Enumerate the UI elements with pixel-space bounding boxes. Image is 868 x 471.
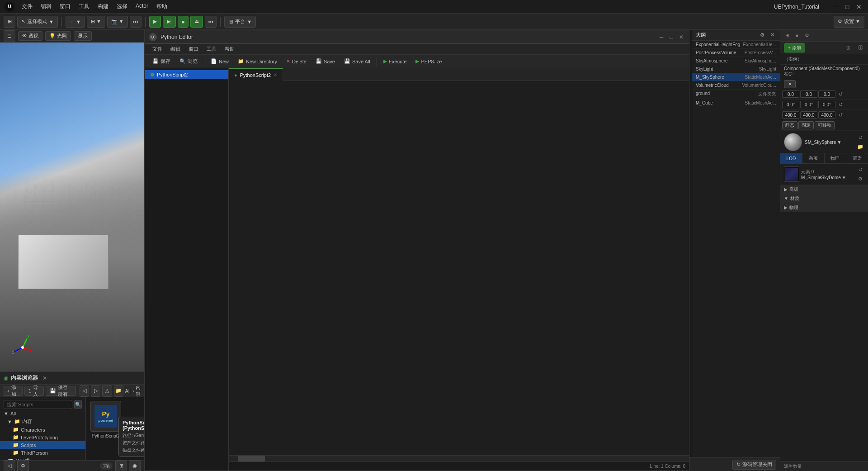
add-component-button[interactable]: + 添加 <box>784 43 805 52</box>
pe-pep8-button[interactable]: ▶ PEP8-ize <box>412 57 445 67</box>
menu-tools[interactable]: 工具 <box>75 2 93 11</box>
outliner-item-4[interactable]: M_SkySphere StaticMeshAc... <box>692 73 780 81</box>
materials-section-header[interactable]: ▼ 材质 <box>780 194 868 203</box>
pe-menu-file[interactable]: 文件 <box>149 45 166 53</box>
platform-button[interactable]: 🖥 平台 ▼ <box>224 16 256 28</box>
code-editor[interactable] <box>229 81 689 455</box>
lighting-button[interactable]: 💡 光照 <box>45 31 71 41</box>
collapse-button[interactable]: ◁ <box>4 460 15 471</box>
outliner-item-0[interactable]: ExponentialHeightFog ExponentialHe... <box>692 41 780 49</box>
step-button[interactable]: ▶| <box>163 16 176 28</box>
advanced-section-header[interactable]: ▶ 高级 <box>780 185 868 194</box>
pe-save-file-button[interactable]: 💾 Save <box>312 57 339 67</box>
back-button[interactable]: ◁ <box>80 385 89 397</box>
outliner-close-icon[interactable]: ✕ <box>768 31 776 39</box>
scroll-thumb[interactable] <box>238 456 265 461</box>
pos-y-input[interactable] <box>800 90 817 98</box>
pe-menu-window[interactable]: 窗口 <box>185 45 202 53</box>
settings-button[interactable]: ⚙ 设置 ▼ <box>834 16 864 28</box>
pe-new-button[interactable]: 📄 New <box>207 57 232 67</box>
pe-execute-button[interactable]: ▶ Execute <box>380 57 410 67</box>
movable-button[interactable]: 可移动 <box>815 121 835 129</box>
pe-close-button[interactable]: ✕ <box>677 33 685 41</box>
footer-filter-button[interactable]: ◉ <box>129 460 141 471</box>
pe-minimize-button[interactable]: ─ <box>657 33 665 41</box>
tree-item-levelprototyping[interactable]: 📁 LevelPrototyping <box>0 433 85 441</box>
sm-browse-icon[interactable]: ↺ <box>856 133 864 142</box>
tree-item-scripts[interactable]: 📁 Scripts <box>0 441 85 449</box>
new-folder-button[interactable]: 📁 <box>114 385 123 397</box>
pe-delete-button[interactable]: ✕ Delete <box>283 57 310 67</box>
pe-save-all-button[interactable]: 💾 Save All <box>340 57 374 67</box>
rot-x-input[interactable] <box>782 101 799 108</box>
material-browse-icon[interactable]: ↺ <box>856 166 864 174</box>
pe-menu-help[interactable]: 帮助 <box>221 45 238 53</box>
tree-item-content[interactable]: ▼ 📁 内容 <box>0 417 85 426</box>
select-mode-button[interactable]: ↖ 选择模式 ▼ <box>17 16 58 28</box>
minimize-button[interactable]: ─ <box>831 2 840 11</box>
pe-new-dir-button[interactable]: 📁 New Directory <box>234 57 281 67</box>
menu-select[interactable]: 选择 <box>113 2 131 11</box>
props-target-icon[interactable]: ◎ <box>844 44 853 52</box>
props-x-button[interactable]: ✕ <box>784 80 796 88</box>
up-button[interactable]: △ <box>102 385 112 397</box>
outliner-item-2[interactable]: SkyAtmosphere SkyAtmosphe... <box>692 57 780 65</box>
physics-section-header[interactable]: ▶ 物理 <box>780 203 868 212</box>
tree-item-all[interactable]: ▼ All <box>0 410 85 417</box>
horizontal-scrollbar[interactable] <box>229 455 689 461</box>
tab-physics[interactable]: 物理 <box>825 153 847 163</box>
play-options-icon[interactable]: ••• <box>205 16 217 28</box>
stop-button[interactable]: ■ <box>178 16 189 28</box>
more-options-icon[interactable]: ••• <box>130 16 142 28</box>
pe-maximize-button[interactable]: □ <box>667 33 675 41</box>
pe-browse-button[interactable]: 🔍 浏览 <box>176 57 201 67</box>
import-button[interactable]: ⤵ 导入 <box>24 386 44 396</box>
reset-scale-icon[interactable]: ↺ <box>836 111 844 119</box>
sm-open-icon[interactable]: 📁 <box>856 143 864 151</box>
pe-menu-tools[interactable]: 工具 <box>203 45 220 53</box>
props-star-icon[interactable]: ★ <box>793 32 801 40</box>
forward-button[interactable]: ▷ <box>91 385 100 397</box>
outliner-item-1[interactable]: PostProcessVolume PostProcessV... <box>692 49 780 57</box>
tree-item-characters[interactable]: 📁 Characters <box>0 426 85 433</box>
lock-button[interactable]: 固定 <box>798 121 814 129</box>
pos-z-input[interactable] <box>818 90 835 98</box>
menu-edit[interactable]: 编辑 <box>37 2 55 11</box>
pe-save-button[interactable]: 💾 保存 <box>149 57 174 67</box>
transform-button[interactable]: ↔ ▼ <box>66 16 85 28</box>
snap-button[interactable]: ⊞ ▼ <box>87 16 105 28</box>
outliner-item-3[interactable]: SkyLight SkyLight <box>692 65 780 73</box>
asset-python-script[interactable]: Py powered PythonScript2 <box>90 401 122 438</box>
props-info-icon[interactable]: ⓘ <box>856 44 864 52</box>
content-browser-close[interactable]: ✕ <box>41 374 49 382</box>
material-actions-icon[interactable]: ⚙ <box>856 175 864 183</box>
props-grid-icon[interactable]: ⊞ <box>783 32 791 40</box>
pos-x-input[interactable] <box>782 90 799 98</box>
reset-pos-icon[interactable]: ↺ <box>836 90 844 98</box>
tab-misc[interactable]: 杂项 <box>802 153 825 163</box>
props-settings-icon[interactable]: ⚙ <box>803 32 811 40</box>
add-content-button[interactable]: + 添加 <box>3 386 23 396</box>
menu-window[interactable]: 窗口 <box>56 2 74 11</box>
toolbar-mode-icon[interactable]: ⊞ <box>4 16 15 28</box>
camera-button[interactable]: 📷 ▼ <box>107 16 128 28</box>
outliner-item-7[interactable]: M_Cube StaticMeshAc... <box>692 99 780 107</box>
menu-build[interactable]: 构建 <box>94 2 112 11</box>
pe-tab-0[interactable]: ● PythonScript2 ✕ <box>229 68 283 81</box>
pe-menu-edit[interactable]: 编辑 <box>167 45 184 53</box>
search-icon[interactable]: 🔍 <box>74 400 82 409</box>
pe-file-item-0[interactable]: PythonScript2 <box>145 70 228 79</box>
scale-y-input[interactable] <box>800 111 817 119</box>
outliner-item-5[interactable]: VolumetricCloud VolumetricClou... <box>692 81 780 90</box>
outliner-item-6[interactable]: ground 文件夹夹 <box>692 90 780 99</box>
scale-z-input[interactable] <box>818 111 835 119</box>
show-button[interactable]: 显示 <box>74 31 92 41</box>
scale-x-input[interactable] <box>782 111 799 119</box>
maximize-button[interactable]: □ <box>843 2 852 11</box>
tab-render[interactable]: 渲染 <box>846 153 868 163</box>
menu-help[interactable]: 帮助 <box>153 2 171 11</box>
rot-y-input[interactable] <box>800 101 817 108</box>
save-all-button[interactable]: 💾 保存所有 <box>46 386 76 396</box>
eject-button[interactable]: ⏏ <box>190 16 203 28</box>
perspective-button[interactable]: 👁 透视 <box>18 31 42 41</box>
